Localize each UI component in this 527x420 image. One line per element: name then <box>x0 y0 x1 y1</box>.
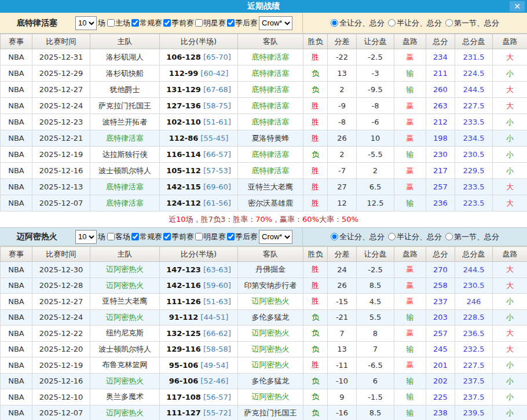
table-body: NBA2025-12-30迈阿密热火147-123[63-63]丹佛掘金胜24-… <box>1 262 527 420</box>
column-header: 胜负 <box>303 247 328 262</box>
cell-away-team: 迈阿密热火 <box>238 389 303 406</box>
cell-total-line: 223.5 <box>455 195 493 211</box>
filter-checkbox-item[interactable]: 常规赛 <box>130 18 162 28</box>
column-header: 比赛时间 <box>32 247 90 262</box>
cell-total: 234 <box>426 49 455 65</box>
market-scope-radio-item[interactable]: 第一节、总分 <box>445 18 499 28</box>
cell-over-under: 小 <box>493 130 527 147</box>
filter-checkbox[interactable] <box>107 19 115 27</box>
filter-checkbox-item[interactable]: 明星赛 <box>194 18 226 28</box>
close-button[interactable]: ✕ <box>510 1 525 12</box>
cell-point-diff: 26 <box>328 130 357 147</box>
score-value: 117-108 <box>166 393 201 401</box>
filter-checkbox-label: 明星赛 <box>203 232 226 242</box>
cell-result: 负 <box>303 405 328 420</box>
cell-date: 2025-12-19 <box>32 357 90 374</box>
cell-result: 胜 <box>303 195 328 211</box>
half-score-value: [69-60] <box>203 182 231 191</box>
filter-checkbox-item[interactable]: 主场 <box>106 18 130 28</box>
filter-checkbox[interactable] <box>195 233 203 240</box>
cell-away-team: 迈阿密热火 <box>238 294 303 310</box>
cell-home-team: 迈阿密热火 <box>90 405 160 420</box>
market-scope-radio-item[interactable]: 半让分、总分 <box>388 18 442 28</box>
modal-title: 近期战绩 <box>247 1 280 12</box>
cell-total: 270 <box>426 262 455 278</box>
market-scope-radio[interactable] <box>388 233 396 240</box>
cell-home-team: 底特律活塞 <box>90 179 160 195</box>
cell-total: 258 <box>426 277 455 294</box>
filter-checkbox-item[interactable]: 季前赛 <box>162 232 194 242</box>
filter-checkbox-label: 季后赛 <box>235 232 258 242</box>
cell-total-line: 239.5 <box>455 405 493 420</box>
filter-checkbox-item[interactable]: 季后赛 <box>226 18 258 28</box>
market-scope-radio-item[interactable]: 全让分、总分 <box>331 18 385 28</box>
filter-checkbox[interactable] <box>227 19 235 27</box>
market-scope-radio-item[interactable]: 半让分、总分 <box>388 232 442 242</box>
cell-total-line: 230.5 <box>455 277 493 294</box>
cell-handicap-result: 输 <box>394 373 426 389</box>
cell-league: NBA <box>1 114 32 130</box>
cell-league: NBA <box>1 65 32 82</box>
filter-checkbox-label: 季前赛 <box>171 18 194 28</box>
cell-total: 211 <box>426 65 455 82</box>
cell-home-team: 洛杉矶湖人 <box>90 49 160 65</box>
column-header: 胜负 <box>303 34 328 49</box>
header-row: 赛事比赛时间主队比分(半场)客队胜负分差让分盘盘路总分总分盘盘路 <box>1 34 527 49</box>
table-row: NBA2025-12-13底特律活塞142-115[69-60]亚特兰大老鹰胜2… <box>1 179 527 195</box>
games-count-select[interactable]: 10 <box>75 230 97 244</box>
filter-checkbox-label: 客场 <box>115 232 130 242</box>
market-scope-radio[interactable] <box>331 233 338 240</box>
cell-over-under: 大 <box>493 341 527 357</box>
cell-over-under: 小 <box>493 357 527 374</box>
games-suffix-label: 场 <box>98 232 105 242</box>
cell-total: 203 <box>426 309 455 326</box>
half-score-value: [66-57] <box>203 150 231 159</box>
market-scope-radio[interactable] <box>445 233 453 240</box>
filter-checkbox-item[interactable]: 常规赛 <box>130 232 162 242</box>
cell-away-team: 底特律活塞 <box>238 49 303 65</box>
filter-checkbox[interactable] <box>163 19 171 27</box>
market-scope-radios: 全让分、总分半让分、总分第一节、总分 <box>303 228 527 246</box>
cell-total-line: 228.5 <box>455 309 493 326</box>
summary-text: 近 <box>169 214 176 225</box>
column-header: 主队 <box>90 34 160 49</box>
cell-handicap-result: 赢 <box>394 98 426 114</box>
market-scope-radio-item[interactable]: 全让分、总分 <box>331 232 385 242</box>
bookmaker-select[interactable]: Crow* <box>259 230 292 244</box>
filter-checkbox[interactable] <box>227 233 235 240</box>
column-header: 盘路 <box>493 34 527 49</box>
cell-handicap: -8 <box>357 98 394 114</box>
filter-checkbox[interactable] <box>107 233 115 240</box>
cell-date: 2025-12-07 <box>32 405 90 420</box>
filter-checkbox[interactable] <box>163 233 171 240</box>
cell-score: 91-112[44-51] <box>160 309 238 326</box>
cell-result: 胜 <box>303 114 328 130</box>
cell-result: 胜 <box>303 49 328 65</box>
cell-score: 147-123[63-63] <box>160 262 238 278</box>
filter-checkbox-label: 常规赛 <box>140 18 162 28</box>
market-scope-radio[interactable] <box>388 19 396 27</box>
filter-checkbox-item[interactable]: 客场 <box>106 232 130 242</box>
cell-handicap-result: 赢 <box>394 130 426 147</box>
market-scope-radio-label: 全让分、总分 <box>339 18 385 28</box>
score-value: 102-110 <box>166 118 201 126</box>
table-row: NBA2025-12-07底特律活塞124-112[61-56]密尔沃基雄鹿胜1… <box>1 195 527 211</box>
cell-league: NBA <box>1 130 32 147</box>
market-scope-radio[interactable] <box>331 19 338 27</box>
column-header: 客队 <box>238 34 303 49</box>
cell-total: 260 <box>426 82 455 98</box>
cell-total-line: 244.5 <box>455 82 493 98</box>
filter-checkbox[interactable] <box>131 233 139 240</box>
filter-checkbox-item[interactable]: 季前赛 <box>162 18 194 28</box>
filter-checkbox-item[interactable]: 季后赛 <box>226 232 258 242</box>
market-scope-radio-item[interactable]: 第一节、总分 <box>445 232 499 242</box>
filter-checkbox-item[interactable]: 明星赛 <box>194 232 226 242</box>
games-count-select[interactable]: 10 <box>75 16 97 30</box>
filter-checkbox[interactable] <box>195 19 203 27</box>
market-scope-radio[interactable] <box>445 19 453 27</box>
cell-total-line: 224.5 <box>455 65 493 82</box>
bookmaker-select[interactable]: Crow* <box>259 16 292 30</box>
cell-over-under: 大 <box>493 277 527 294</box>
column-header: 总分盘 <box>455 247 493 262</box>
filter-checkbox[interactable] <box>131 19 139 27</box>
